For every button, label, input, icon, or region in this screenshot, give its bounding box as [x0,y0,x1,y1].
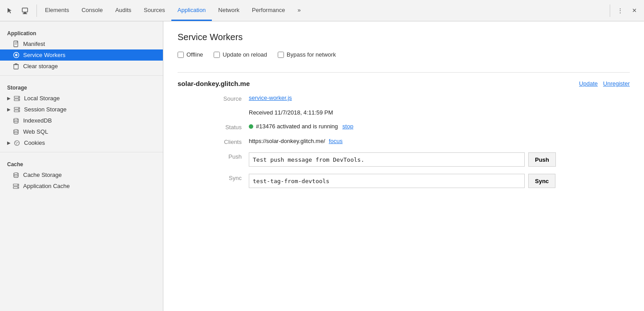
session-storage-label: Session Storage [24,106,66,113]
settings-icon[interactable]: ⋮ [614,4,626,17]
content-area: Service Workers Offline Update on reload… [163,21,644,311]
status-value: #13476 activated and is running stop [249,123,630,130]
cookies-icon [13,140,20,146]
offline-checkbox[interactable] [178,52,184,58]
push-row: Push [249,152,630,167]
worker-entry: solar-donkey.glitch.me Update Unregister… [178,72,630,188]
toolbar: Elements Console Audits Sources Applicat… [0,0,644,21]
bypass-for-network-checkbox[interactable] [278,52,284,58]
push-button[interactable]: Push [528,152,556,167]
toolbar-tabs: Elements Console Audits Sources Applicat… [39,0,610,21]
bypass-for-network-label: Bypass for network [287,51,336,58]
tab-network[interactable]: Network [212,0,246,21]
expand-arrow-cookies: ▶ [7,140,11,145]
sync-button[interactable]: Sync [528,174,555,188]
svg-point-17 [15,140,20,145]
sidebar-item-service-workers[interactable]: Service Workers [0,49,163,61]
toolbar-right: ⋮ ✕ [610,4,640,17]
source-value: service-worker.js [249,94,630,101]
main-layout: Application Manifest Service Workers [0,21,644,311]
sidebar-item-application-cache[interactable]: Application Cache [0,180,163,192]
sidebar-item-indexeddb[interactable]: IndexedDB [0,115,163,126]
session-storage-icon [13,107,20,112]
tab-audits[interactable]: Audits [109,0,138,21]
svg-point-16 [14,129,18,131]
status-text: #13476 activated and is running [256,123,338,130]
cursor-icon[interactable] [4,4,16,17]
sidebar-item-cookies[interactable]: ▶ Cookies [0,137,163,148]
inspect-icon[interactable] [19,4,31,17]
svg-rect-2 [23,13,27,14]
indexeddb-label: IndexedDB [23,117,52,124]
sidebar-item-cache-storage[interactable]: Cache Storage [0,169,163,180]
worker-actions: Update Unregister [579,80,630,87]
sidebar-item-clear-storage[interactable]: Clear storage [0,61,163,72]
clients-url: https://solar-donkey.glitch.me/ [249,138,325,144]
offline-label: Offline [186,51,203,58]
options-row: Offline Update on reload Bypass for netw… [178,51,630,58]
close-icon[interactable]: ✕ [628,4,640,17]
cache-storage-label: Cache Storage [23,172,62,178]
service-workers-icon [12,52,20,58]
svg-point-10 [18,99,19,100]
manifest-label: Manifest [23,41,45,47]
local-storage-label: Local Storage [24,95,60,102]
svg-point-25 [17,187,18,188]
svg-rect-1 [24,12,26,13]
local-storage-icon [13,96,20,101]
svg-point-21 [14,172,18,174]
offline-checkbox-label[interactable]: Offline [178,51,203,58]
sync-value: Sync [249,174,630,188]
worker-domain: solar-donkey.glitch.me [178,80,250,87]
indexeddb-icon [12,118,20,124]
svg-point-8 [18,97,19,98]
svg-point-12 [18,108,19,109]
sidebar-item-manifest[interactable]: Manifest [0,38,163,49]
svg-point-23 [17,184,18,185]
stop-button[interactable]: stop [342,123,353,130]
tab-elements[interactable]: Elements [39,0,75,21]
web-sql-icon [12,129,20,135]
status-dot [249,124,253,129]
svg-point-14 [18,110,19,111]
bypass-for-network-checkbox-label[interactable]: Bypass for network [278,51,336,58]
application-cache-label: Application Cache [23,183,70,189]
svg-point-19 [17,142,18,143]
unregister-button[interactable]: Unregister [603,80,630,87]
tab-console[interactable]: Console [75,0,109,21]
svg-point-5 [16,54,17,56]
focus-button[interactable]: focus [329,138,343,144]
tab-sources[interactable]: Sources [138,0,171,21]
update-on-reload-checkbox[interactable] [214,52,220,58]
clients-value: https://solar-donkey.glitch.me/ focus [249,138,630,144]
sidebar-item-local-storage[interactable]: ▶ Local Storage [0,93,163,104]
clear-storage-icon [12,63,20,70]
status-label: Status [213,123,249,131]
sync-input[interactable] [249,174,525,188]
sidebar-item-session-storage[interactable]: ▶ Session Storage [0,104,163,115]
clear-storage-label: Clear storage [23,63,58,70]
tab-performance[interactable]: Performance [246,0,291,21]
push-value: Push [249,152,630,167]
web-sql-label: Web SQL [23,128,48,135]
expand-arrow-session-storage: ▶ [7,107,11,112]
push-input[interactable] [249,152,525,167]
svg-point-15 [14,118,18,120]
received-value: Received 11/7/2018, 4:11:59 PM [249,109,630,116]
expand-arrow-local-storage: ▶ [7,96,11,101]
worker-domain-row: solar-donkey.glitch.me Update Unregister [178,80,630,87]
update-on-reload-checkbox-label[interactable]: Update on reload [214,51,267,58]
tab-application[interactable]: Application [171,0,212,21]
update-on-reload-label: Update on reload [223,51,267,58]
sync-label: Sync [213,174,249,181]
clients-row: https://solar-donkey.glitch.me/ focus [249,138,630,144]
source-link[interactable]: service-worker.js [249,94,292,101]
svg-rect-6 [14,65,18,69]
update-button[interactable]: Update [579,80,598,87]
sidebar: Application Manifest Service Workers [0,21,163,311]
push-label: Push [213,152,249,160]
manifest-icon [12,41,20,47]
sidebar-item-web-sql[interactable]: Web SQL [0,126,163,137]
tab-more[interactable]: » [291,0,307,21]
sync-row: Sync [249,174,630,188]
